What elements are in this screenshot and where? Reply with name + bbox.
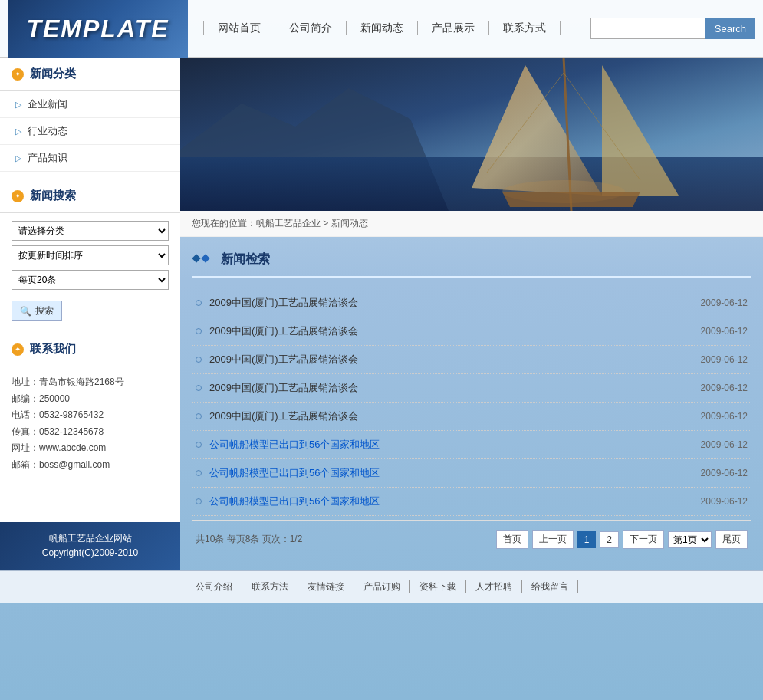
site-footer: 公司介绍 联系方法 友情链接 产品订购 资料下载 人才招聘 给我留言	[0, 570, 763, 603]
sidebar-item-label: 企业新闻	[28, 97, 67, 111]
pagination: 共10条 每页8条 页次：1/2 首页 上一页 1 2 下一页 第1页 尾页	[192, 520, 751, 558]
news-item: 公司帆船模型已出口到56个国家和地区 2009-06-12	[192, 431, 751, 459]
arrow-icon: ▷	[15, 100, 21, 110]
news-item: 2009中国(厦门)工艺品展销洽谈会 2009-06-12	[192, 289, 751, 317]
nav-news[interactable]: 新闻动态	[347, 21, 418, 35]
news-search-header: ✦ 新闻搜索	[0, 179, 180, 213]
search-input[interactable]	[590, 18, 705, 39]
sidebar-item-label: 行业动态	[28, 124, 67, 138]
news-section-diamond-icon	[192, 248, 213, 270]
contact-address: 地址：青岛市银海路2168号	[12, 374, 169, 391]
nav-about[interactable]: 公司简介	[275, 21, 347, 35]
sidebar-item-enterprise-news[interactable]: ▷ 企业新闻	[0, 91, 180, 118]
banner-svg	[180, 58, 763, 211]
news-search-button[interactable]: 🔍 搜索	[12, 301, 62, 321]
news-link[interactable]: 公司帆船模型已出口到56个国家和地区	[209, 495, 701, 508]
sort-select[interactable]: 按更新时间排序	[12, 245, 169, 265]
nav-contact[interactable]: 联系方式	[489, 21, 561, 35]
news-date: 2009-06-12	[701, 297, 748, 308]
news-list: 2009中国(厦门)工艺品展销洽谈会 2009-06-12 2009中国(厦门)…	[192, 289, 751, 516]
news-search-title: 新闻搜索	[30, 189, 76, 203]
news-category-header: ✦ 新闻分类	[0, 58, 180, 91]
footer-link-contact[interactable]: 联系方法	[242, 580, 298, 593]
contact-email: 邮箱：boss@gmail.com	[12, 457, 169, 474]
news-bullet	[196, 357, 202, 363]
nav-home[interactable]: 网站首页	[203, 21, 275, 35]
page-select[interactable]: 第1页	[668, 531, 712, 548]
news-section-title: 新闻检索	[221, 251, 270, 268]
news-bullet	[196, 328, 202, 334]
hero-banner	[180, 58, 763, 211]
sidebar-item-product-knowledge[interactable]: ▷ 产品知识	[0, 145, 180, 172]
banner-image	[180, 58, 763, 211]
main-nav: 网站首页 公司简介 新闻动态 产品展示 联系方式	[188, 21, 590, 35]
main-layout: ✦ 新闻分类 ▷ 企业新闻 ▷ 行业动态 ▷ 产品知识 ✦ 新闻搜索	[0, 58, 763, 570]
news-item: 2009中国(厦门)工艺品展销洽谈会 2009-06-12	[192, 346, 751, 374]
footer-link-order[interactable]: 产品订购	[354, 580, 410, 593]
news-date: 2009-06-12	[701, 383, 748, 393]
news-date: 2009-06-12	[701, 468, 748, 478]
contact-website: 网址：www.abcde.com	[12, 440, 169, 457]
pagination-controls: 首页 上一页 1 2 下一页 第1页 尾页	[496, 530, 748, 549]
news-link[interactable]: 2009中国(厦门)工艺品展销洽谈会	[209, 353, 701, 366]
news-bullet	[196, 413, 202, 419]
pagination-next[interactable]: 下一页	[623, 530, 664, 549]
arrow-icon: ▷	[15, 153, 21, 163]
news-bullet	[196, 385, 202, 391]
pagination-page-2[interactable]: 2	[600, 531, 619, 548]
news-date: 2009-06-12	[701, 354, 748, 365]
sidebar-footer-line2: Copyright(C)2009-2010	[8, 546, 173, 560]
contact-icon: ✦	[12, 343, 24, 356]
news-item: 2009中国(厦门)工艺品展销洽谈会 2009-06-12	[192, 403, 751, 431]
news-search-icon: ✦	[12, 190, 24, 202]
footer-link-recruit[interactable]: 人才招聘	[466, 580, 522, 593]
news-bullet	[196, 498, 202, 504]
header-search: Search	[590, 18, 755, 39]
content-area: 您现在的位置：帆船工艺品企业 > 新闻动态 新闻检索	[180, 58, 763, 570]
news-item: 2009中国(厦门)工艺品展销洽谈会 2009-06-12	[192, 317, 751, 346]
news-section-header: 新闻检索	[192, 248, 751, 278]
news-section: 新闻检索 2009中国(厦门)工艺品展销洽谈会 2009-06-12 2009中…	[180, 237, 763, 570]
svg-marker-9	[502, 192, 640, 207]
search-button[interactable]: Search	[705, 18, 755, 39]
footer-links: 公司介绍 联系方法 友情链接 产品订购 资料下载 人才招聘 给我留言	[0, 580, 763, 593]
news-bullet	[196, 442, 202, 448]
news-link[interactable]: 公司帆船模型已出口到56个国家和地区	[209, 466, 701, 480]
pagination-last[interactable]: 尾页	[715, 530, 748, 549]
footer-link-friends[interactable]: 友情链接	[298, 580, 354, 593]
news-link[interactable]: 2009中国(厦门)工艺品展销洽谈会	[209, 324, 701, 338]
sidebar-item-industry-news[interactable]: ▷ 行业动态	[0, 118, 180, 145]
news-link[interactable]: 2009中国(厦门)工艺品展销洽谈会	[209, 381, 701, 395]
news-item: 2009中国(厦门)工艺品展销洽谈会 2009-06-12	[192, 374, 751, 403]
contact-title: 联系我们	[30, 342, 76, 357]
arrow-icon: ▷	[15, 127, 21, 136]
perpage-select[interactable]: 每页20条	[12, 270, 169, 290]
nav-products[interactable]: 产品展示	[418, 21, 489, 35]
news-item: 公司帆船模型已出口到56个国家和地区 2009-06-12	[192, 488, 751, 516]
contact-info: 地址：青岛市银海路2168号 邮编：250000 电话：0532-9876543…	[0, 366, 180, 481]
footer-link-message[interactable]: 给我留言	[522, 580, 578, 593]
breadcrumb: 您现在的位置：帆船工艺品企业 > 新闻动态	[180, 211, 763, 237]
news-item: 公司帆船模型已出口到56个国家和地区 2009-06-12	[192, 459, 751, 488]
pagination-page-1[interactable]: 1	[577, 531, 597, 548]
svg-rect-10	[192, 254, 200, 262]
sidebar: ✦ 新闻分类 ▷ 企业新闻 ▷ 行业动态 ▷ 产品知识 ✦ 新闻搜索	[0, 58, 180, 570]
pagination-first[interactable]: 首页	[496, 530, 528, 549]
contact-fax: 传真：0532-12345678	[12, 424, 169, 441]
news-link[interactable]: 2009中国(厦门)工艺品展销洽谈会	[209, 296, 701, 310]
logo-text: TEMPLATE	[26, 15, 169, 43]
category-select[interactable]: 请选择分类	[12, 221, 169, 241]
news-date: 2009-06-12	[701, 326, 748, 337]
pagination-prev[interactable]: 上一页	[532, 530, 574, 549]
footer-link-about[interactable]: 公司介绍	[186, 580, 242, 593]
contact-phone: 电话：0532-98765432	[12, 407, 169, 424]
news-date: 2009-06-12	[701, 411, 748, 422]
news-link[interactable]: 公司帆船模型已出口到56个国家和地区	[209, 438, 701, 452]
footer-link-download[interactable]: 资料下载	[410, 580, 466, 593]
sidebar-footer-line1: 帆船工艺品企业网站	[8, 531, 173, 546]
news-date: 2009-06-12	[701, 439, 748, 450]
news-category-title: 新闻分类	[30, 67, 76, 81]
logo: TEMPLATE	[8, 0, 188, 58]
news-category-icon: ✦	[12, 68, 24, 81]
news-link[interactable]: 2009中国(厦门)工艺品展销洽谈会	[209, 409, 701, 423]
